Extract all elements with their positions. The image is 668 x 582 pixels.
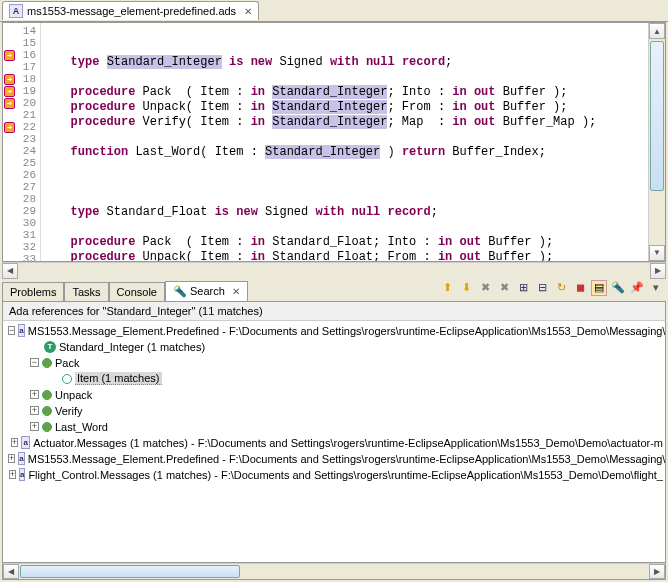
history-icon[interactable]: 🔦 [610, 280, 626, 296]
pin-icon[interactable]: 📌 [629, 280, 645, 296]
tab-search[interactable]: 🔦 Search ✕ [165, 281, 248, 301]
expand-icon[interactable]: + [11, 438, 18, 447]
code-line[interactable] [49, 190, 648, 205]
close-icon[interactable]: ✕ [232, 286, 240, 297]
code-line[interactable]: procedure Verify( Item : in Standard_Int… [49, 115, 648, 130]
code-line[interactable] [49, 220, 648, 235]
line-number: 29 [3, 205, 40, 217]
collapse-icon[interactable]: − [30, 358, 39, 367]
tree-row[interactable]: +aMS1553.Message_Element.Predefined - F:… [5, 451, 663, 467]
code-line[interactable]: procedure Unpack( Item : in Standard_Flo… [49, 250, 648, 261]
line-number: 27 [3, 181, 40, 193]
scroll-thumb[interactable] [650, 41, 664, 191]
tree-row[interactable]: +Verify [5, 403, 663, 419]
scroll-right-button[interactable]: ▶ [650, 263, 666, 279]
tree-row[interactable]: +aActuator.Messages (1 matches) - F:\Doc… [5, 435, 663, 451]
code-line[interactable] [49, 70, 648, 85]
hscroll-track[interactable] [18, 263, 650, 279]
refresh-icon[interactable]: ↻ [553, 280, 569, 296]
code-line[interactable] [49, 130, 648, 145]
method-icon [42, 358, 52, 368]
scroll-right-button[interactable]: ▶ [649, 564, 665, 579]
code-line[interactable]: type Standard_Float is new Signed with n… [49, 205, 648, 220]
line-gutter: 141516➜1718➜19➜20➜2122➜23242526272829303… [3, 23, 41, 261]
expand-icon[interactable]: + [30, 406, 39, 415]
warning-marker-icon[interactable]: ➜ [4, 74, 15, 85]
tree-label: Last_Word [55, 421, 108, 433]
tab-tasks[interactable]: Tasks [64, 282, 108, 301]
warning-marker-icon[interactable]: ➜ [4, 122, 15, 133]
warning-marker-icon[interactable]: ➜ [4, 86, 15, 97]
scroll-thumb[interactable] [20, 565, 240, 578]
bottom-tab-bar: Problems Tasks Console 🔦 Search ✕ ⬆ ⬇ ✖ … [0, 279, 668, 301]
tree-row[interactable]: +aFlight_Control.Messages (1 matches) - … [5, 467, 663, 483]
code-line[interactable] [49, 160, 648, 175]
type-icon: T [44, 341, 56, 353]
line-number: 23 [3, 133, 40, 145]
remove-match-icon[interactable]: ✖ [477, 280, 493, 296]
code-line[interactable] [49, 40, 648, 55]
tree-label: Actuator.Messages (1 matches) - F:\Docum… [33, 437, 663, 449]
code-line[interactable] [49, 25, 648, 40]
expand-icon[interactable]: + [30, 422, 39, 431]
expand-icon[interactable]: + [30, 390, 39, 399]
method-icon [42, 406, 52, 416]
scroll-left-button[interactable]: ◀ [3, 564, 19, 579]
menu-icon[interactable]: ▾ [648, 280, 664, 296]
line-number: 26 [3, 169, 40, 181]
code-line[interactable] [49, 175, 648, 190]
line-number: 14 [3, 25, 40, 37]
ada-file-icon: a [21, 436, 30, 449]
expand-all-icon[interactable]: ⊞ [515, 280, 531, 296]
collapse-icon[interactable]: − [8, 326, 15, 335]
code-line[interactable]: type Standard_Integer is new Signed with… [49, 55, 648, 70]
warning-marker-icon[interactable]: ➜ [4, 50, 15, 61]
scroll-track[interactable] [649, 39, 665, 245]
editor-tab-bar: A ms1553-message_element-predefined.ads … [0, 0, 668, 22]
code-line[interactable]: function Last_Word( Item : Standard_Inte… [49, 145, 648, 160]
tree-row[interactable]: TStandard_Integer (1 matches) [5, 339, 663, 355]
tab-problems[interactable]: Problems [2, 282, 64, 301]
collapse-all-icon[interactable]: ⊟ [534, 280, 550, 296]
tree-row[interactable]: −aMS1553.Message_Element.Predefined - F:… [5, 323, 663, 339]
bottom-horizontal-scrollbar[interactable]: ◀ ▶ [2, 563, 666, 580]
line-number: 31 [3, 229, 40, 241]
close-icon[interactable]: ✕ [244, 6, 252, 17]
warning-marker-icon[interactable]: ➜ [4, 98, 15, 109]
expand-icon[interactable]: + [9, 470, 16, 479]
ada-file-icon: a [18, 452, 24, 465]
line-number: 33 [3, 253, 40, 262]
arrow-down-icon[interactable]: ⬇ [458, 280, 474, 296]
editor-tab[interactable]: A ms1553-message_element-predefined.ads … [2, 1, 259, 20]
tree-view-icon[interactable]: ▤ [591, 280, 607, 296]
scroll-down-button[interactable]: ▼ [649, 245, 665, 261]
editor-area: 141516➜1718➜19➜20➜2122➜23242526272829303… [2, 22, 666, 262]
tree-row[interactable]: +Last_Word [5, 419, 663, 435]
tree-row[interactable]: +Unpack [5, 387, 663, 403]
scroll-left-button[interactable]: ◀ [2, 263, 18, 279]
line-number: 17 [3, 61, 40, 73]
tree-label: Item (1 matches) [75, 372, 162, 385]
tree-row[interactable]: Item (1 matches) [5, 371, 663, 387]
line-number: 32 [3, 241, 40, 253]
search-header: Ada references for "Standard_Integer" (1… [2, 301, 666, 321]
code-content[interactable]: type Standard_Integer is new Signed with… [41, 23, 648, 261]
scroll-up-button[interactable]: ▲ [649, 23, 665, 39]
code-line[interactable]: procedure Pack ( Item : in Standard_Inte… [49, 85, 648, 100]
code-line[interactable]: procedure Pack ( Item : in Standard_Floa… [49, 235, 648, 250]
ada-file-icon: a [18, 324, 24, 337]
vertical-scrollbar[interactable]: ▲ ▼ [648, 23, 665, 261]
method-icon [42, 422, 52, 432]
remove-all-icon[interactable]: ✖ [496, 280, 512, 296]
line-number: 25 [3, 157, 40, 169]
horizontal-scrollbar[interactable]: ◀ ▶ [2, 262, 666, 279]
code-line[interactable]: procedure Unpack( Item : in Standard_Int… [49, 100, 648, 115]
stop-icon[interactable]: ◼ [572, 280, 588, 296]
expand-icon[interactable]: + [8, 454, 15, 463]
tree-row[interactable]: −Pack [5, 355, 663, 371]
tab-console[interactable]: Console [109, 282, 165, 301]
arrow-up-icon[interactable]: ⬆ [439, 280, 455, 296]
search-toolbar: ⬆ ⬇ ✖ ✖ ⊞ ⊟ ↻ ◼ ▤ 🔦 📌 ▾ [439, 280, 664, 296]
method-icon [42, 390, 52, 400]
tree-label: Verify [55, 405, 83, 417]
